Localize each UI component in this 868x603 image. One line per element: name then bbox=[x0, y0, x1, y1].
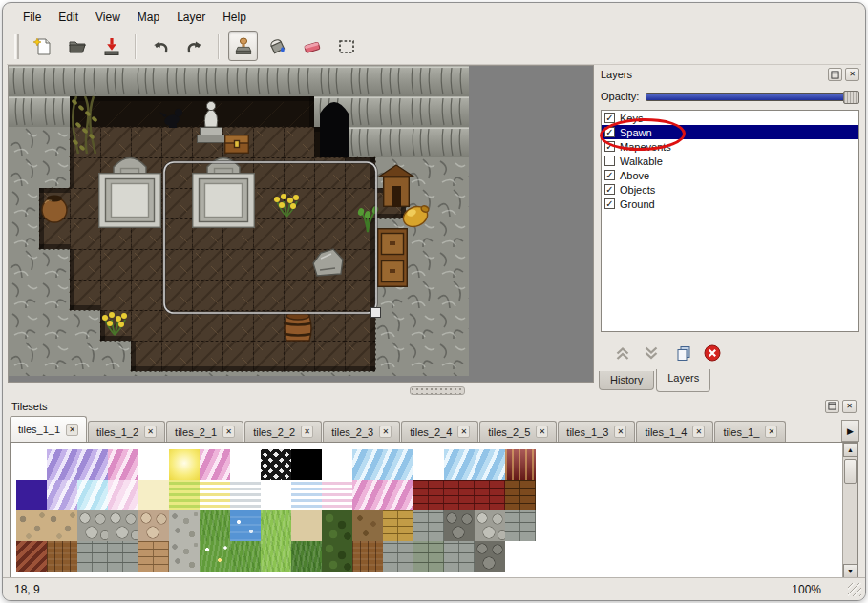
tileset-tile-waterV2[interactable] bbox=[47, 480, 77, 510]
float-panel-button[interactable] bbox=[828, 68, 842, 81]
tileset-tile-cobbleTan[interactable] bbox=[138, 510, 169, 541]
eraser-tool-button[interactable] bbox=[297, 31, 327, 61]
duplicate-layer-button[interactable] bbox=[671, 342, 696, 364]
layer-checkbox-keys[interactable]: ✓ bbox=[604, 113, 615, 123]
tileset-tile-dirt[interactable] bbox=[47, 510, 77, 541]
delete-layer-button[interactable] bbox=[700, 342, 725, 364]
scroll-down-button[interactable]: ▼ bbox=[843, 564, 857, 578]
tileset-tile-grassTex[interactable] bbox=[200, 510, 230, 541]
tileset-tile-grassDark[interactable] bbox=[291, 541, 322, 572]
tileset-tile-cobbleDark[interactable] bbox=[444, 510, 475, 541]
tileset-tile-stoneBrick[interactable] bbox=[108, 541, 138, 572]
tileset-tab-tiles_2_2[interactable]: tiles_2_2✕ bbox=[244, 421, 322, 442]
splitter-handle[interactable] bbox=[410, 386, 465, 395]
tileset-tile-blank[interactable] bbox=[230, 449, 261, 480]
rect-select-tool-button[interactable] bbox=[331, 31, 361, 61]
tileset-tile-sand[interactable] bbox=[291, 510, 322, 541]
tileset-tile-roofZig[interactable] bbox=[16, 541, 47, 572]
tileset-tile-brickRed[interactable] bbox=[475, 480, 505, 510]
tileset-tile-waterP[interactable] bbox=[108, 449, 138, 480]
layer-row-mapevents[interactable]: ✓Mapevents bbox=[602, 139, 858, 154]
layer-checkbox-spawn[interactable]: ✓ bbox=[604, 127, 615, 137]
tileset-tile-stoneBrick[interactable] bbox=[77, 541, 108, 572]
resize-grip[interactable] bbox=[848, 583, 861, 596]
tab-close-icon[interactable]: ✕ bbox=[765, 426, 777, 438]
tileset-tile-grassLight[interactable] bbox=[261, 510, 291, 541]
tileset-tile-stoneBrick[interactable] bbox=[444, 541, 475, 572]
tileset-tile-stripeP[interactable] bbox=[322, 480, 352, 510]
close-panel-button[interactable]: ✕ bbox=[845, 68, 859, 81]
tileset-tile-brickBrown[interactable] bbox=[505, 480, 536, 510]
menu-file[interactable]: File bbox=[14, 7, 50, 28]
tab-close-icon[interactable]: ✕ bbox=[692, 426, 705, 438]
tileset-tile-blank[interactable] bbox=[322, 449, 352, 480]
tileset-tile-pebble[interactable] bbox=[169, 541, 200, 572]
tileset-tile-stoneGreen[interactable] bbox=[413, 541, 444, 572]
tileset-tile-waterP[interactable] bbox=[200, 449, 230, 480]
lower-layer-button[interactable] bbox=[639, 342, 664, 364]
tileset-tile-waterA[interactable] bbox=[352, 449, 383, 480]
layer-checkbox-walkable[interactable] bbox=[604, 156, 615, 166]
tileset-tile-brickYellow[interactable] bbox=[383, 510, 413, 541]
tileset-tile-cobble[interactable] bbox=[108, 510, 138, 541]
tileset-tile-stripeYG[interactable] bbox=[169, 480, 200, 510]
tileset-tab-tiles_1_3[interactable]: tiles_1_3✕ bbox=[558, 421, 635, 442]
tileset-tile-waterP[interactable] bbox=[352, 480, 383, 510]
toolbar-drag-handle[interactable] bbox=[14, 34, 19, 59]
tileset-tile-yellowHi[interactable] bbox=[169, 449, 200, 480]
tileset-tab-tiles_2_3[interactable]: tiles_2_3✕ bbox=[323, 421, 400, 442]
tileset-tile-indigo[interactable] bbox=[16, 480, 47, 510]
tileset-tile-blank[interactable] bbox=[138, 449, 169, 480]
tileset-tile-cyanLight[interactable] bbox=[77, 480, 108, 510]
map-canvas[interactable] bbox=[9, 66, 469, 376]
tileset-tile-waterP[interactable] bbox=[383, 480, 413, 510]
layer-checkbox-ground[interactable]: ✓ bbox=[604, 198, 615, 209]
tileset-scrollbar[interactable]: ▲ ▼ bbox=[842, 443, 857, 578]
tileset-tile-blank[interactable] bbox=[16, 449, 47, 480]
tab-close-icon[interactable]: ✕ bbox=[144, 426, 157, 438]
tileset-tab-tiles_1_1[interactable]: tiles_1_1✕ bbox=[10, 416, 87, 442]
horizontal-splitter[interactable] bbox=[3, 383, 865, 398]
tileset-tile-cobble[interactable] bbox=[475, 510, 505, 541]
layer-row-keys[interactable]: ✓Keys bbox=[602, 111, 858, 125]
tileset-tile-waterSpark[interactable] bbox=[230, 510, 261, 541]
tileset-tab-tiles_2_4[interactable]: tiles_2_4✕ bbox=[401, 421, 478, 442]
fill-tool-button[interactable] bbox=[263, 31, 292, 61]
tileset-tile-stoneBrick[interactable] bbox=[383, 541, 413, 572]
tileset-tile-cream[interactable] bbox=[138, 480, 169, 510]
tileset-tab-tiles_1_[interactable]: tiles_1_✕ bbox=[714, 421, 786, 442]
menu-help[interactable]: Help bbox=[214, 7, 255, 28]
menu-map[interactable]: Map bbox=[129, 7, 168, 28]
tileset-tile-brickTan[interactable] bbox=[138, 541, 169, 572]
tileset-tile-brickRed[interactable] bbox=[413, 480, 444, 510]
layer-row-objects[interactable]: ✓Objects bbox=[602, 182, 858, 197]
tileset-tile-waterV[interactable] bbox=[47, 449, 77, 480]
tileset-tile-waterV[interactable] bbox=[77, 449, 108, 480]
tileset-tile-pillarRed[interactable] bbox=[505, 449, 536, 480]
menu-edit[interactable]: Edit bbox=[50, 7, 87, 28]
tileset-tile-dirt[interactable] bbox=[16, 510, 47, 541]
tab-close-icon[interactable]: ✕ bbox=[66, 424, 78, 436]
tab-close-icon[interactable]: ✕ bbox=[614, 426, 626, 438]
layer-row-spawn[interactable]: ✓Spawn bbox=[602, 125, 858, 139]
tileset-tile-stoneBrick[interactable] bbox=[413, 510, 444, 541]
raise-layer-button[interactable] bbox=[610, 342, 635, 364]
layer-row-ground[interactable]: ✓Ground bbox=[602, 197, 858, 211]
stamp-tool-button[interactable] bbox=[228, 31, 258, 61]
layer-checkbox-mapevents[interactable]: ✓ bbox=[604, 141, 615, 152]
tileset-tile-brickRed[interactable] bbox=[444, 480, 475, 510]
float-panel-button[interactable] bbox=[825, 400, 839, 413]
tileset-tile-waterA[interactable] bbox=[475, 449, 505, 480]
tab-scroll-right-button[interactable]: ▶ bbox=[841, 420, 859, 442]
tileset-tile-cobbleDark[interactable] bbox=[475, 541, 505, 572]
layer-row-walkable[interactable]: Walkable bbox=[602, 154, 858, 168]
new-map-button[interactable] bbox=[28, 31, 57, 61]
menu-layer[interactable]: Layer bbox=[168, 7, 214, 28]
save-map-button[interactable] bbox=[96, 31, 126, 61]
layer-checkbox-above[interactable]: ✓ bbox=[604, 170, 615, 180]
tab-close-icon[interactable]: ✕ bbox=[379, 426, 392, 438]
tileset-tile-pinkPale[interactable] bbox=[108, 480, 138, 510]
tileset-tile-plank[interactable] bbox=[47, 541, 77, 572]
tileset-tile-waterA[interactable] bbox=[444, 449, 475, 480]
scroll-up-button[interactable]: ▲ bbox=[843, 443, 857, 457]
